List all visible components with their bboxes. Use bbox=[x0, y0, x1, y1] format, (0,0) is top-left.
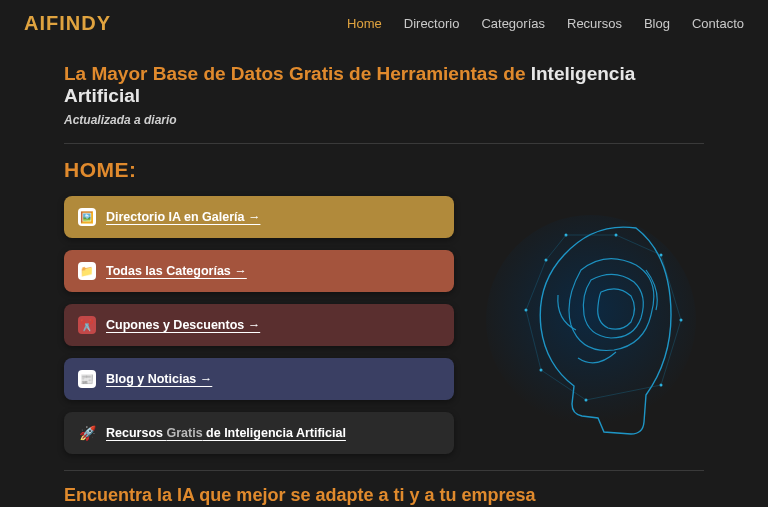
hero-headline: La Mayor Base de Datos Gratis de Herrami… bbox=[64, 63, 704, 107]
page-content: La Mayor Base de Datos Gratis de Herrami… bbox=[0, 63, 768, 507]
rocket-icon: 🚀 bbox=[78, 424, 96, 442]
btn-directorio-galeria[interactable]: 🖼️ Directorio IA en Galería → bbox=[64, 196, 454, 238]
folder-icon: 📁 bbox=[78, 262, 96, 280]
divider bbox=[64, 143, 704, 144]
home-section-title: HOME: bbox=[64, 158, 704, 182]
site-logo[interactable]: AIFINDY bbox=[24, 12, 111, 35]
brain-head-icon bbox=[486, 200, 696, 450]
hero-tagline: Actualizada a diario bbox=[64, 113, 704, 127]
nav-link-recursos[interactable]: Recursos bbox=[567, 16, 622, 31]
find-section-title: Encuentra la IA que mejor se adapte a ti… bbox=[64, 485, 704, 506]
btn-recursos[interactable]: 🚀 Recursos Gratis de Inteligencia Artifi… bbox=[64, 412, 454, 454]
gallery-icon: 🖼️ bbox=[78, 208, 96, 226]
main-nav: Home Directorio Categorías Recursos Blog… bbox=[347, 16, 744, 31]
label-pre: Recursos bbox=[106, 426, 166, 440]
btn-label: Cupones y Descuentos → bbox=[106, 318, 260, 332]
nav-link-categorias[interactable]: Categorías bbox=[481, 16, 545, 31]
btn-cupones[interactable]: ✂️ Cupones y Descuentos → bbox=[64, 304, 454, 346]
nav-link-contacto[interactable]: Contacto bbox=[692, 16, 744, 31]
nav-link-directorio[interactable]: Directorio bbox=[404, 16, 460, 31]
scissors-icon: ✂️ bbox=[78, 316, 96, 334]
btn-label: Directorio IA en Galería → bbox=[106, 210, 260, 224]
btn-label: Recursos Gratis de Inteligencia Artifici… bbox=[106, 426, 346, 440]
divider bbox=[64, 470, 704, 471]
home-row: 🖼️ Directorio IA en Galería → 📁 Todas la… bbox=[64, 196, 704, 454]
brain-illustration bbox=[478, 196, 704, 450]
nav-link-blog[interactable]: Blog bbox=[644, 16, 670, 31]
nav-link-home[interactable]: Home bbox=[347, 16, 382, 31]
btn-blog[interactable]: 📰 Blog y Noticias → bbox=[64, 358, 454, 400]
btn-label: Todas las Categorías → bbox=[106, 264, 247, 278]
svg-point-0 bbox=[486, 215, 696, 425]
label-post: de Inteligencia Artificial bbox=[203, 426, 346, 440]
label-mid: Gratis bbox=[166, 426, 202, 440]
news-icon: 📰 bbox=[78, 370, 96, 388]
home-buttons: 🖼️ Directorio IA en Galería → 📁 Todas la… bbox=[64, 196, 454, 454]
hero-headline-pre: La Mayor Base de Datos Gratis de Herrami… bbox=[64, 63, 531, 84]
btn-label: Blog y Noticias → bbox=[106, 372, 212, 386]
btn-categorias[interactable]: 📁 Todas las Categorías → bbox=[64, 250, 454, 292]
site-header: AIFINDY Home Directorio Categorías Recur… bbox=[0, 0, 768, 45]
